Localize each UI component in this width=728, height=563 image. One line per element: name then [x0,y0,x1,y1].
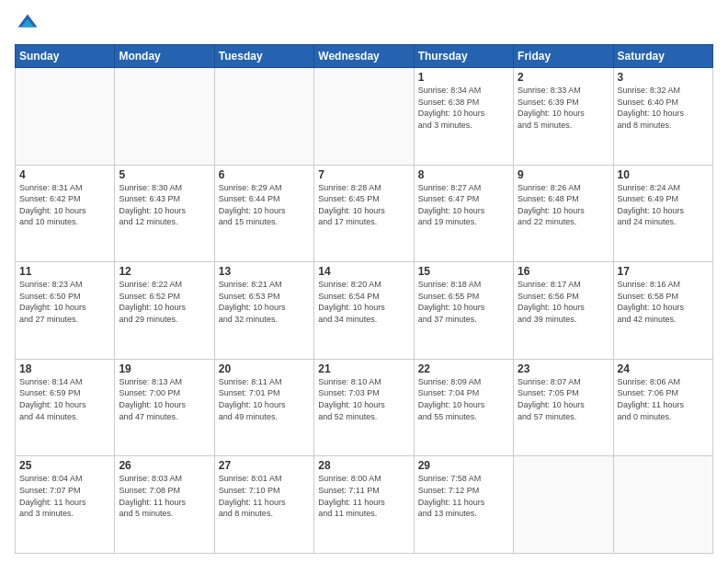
day-info: Sunrise: 8:22 AM Sunset: 6:52 PM Dayligh… [119,279,210,325]
calendar-week-row: 18Sunrise: 8:14 AM Sunset: 6:59 PM Dayli… [16,359,713,456]
day-info: Sunrise: 8:30 AM Sunset: 6:43 PM Dayligh… [119,182,210,228]
calendar-cell: 4Sunrise: 8:31 AM Sunset: 6:42 PM Daylig… [16,165,115,262]
day-info: Sunrise: 8:34 AM Sunset: 6:38 PM Dayligh… [418,85,509,131]
day-info: Sunrise: 8:14 AM Sunset: 6:59 PM Dayligh… [19,376,110,422]
calendar-cell: 25Sunrise: 8:04 AM Sunset: 7:07 PM Dayli… [16,456,115,554]
calendar-cell [314,68,414,166]
calendar-cell [514,456,613,554]
day-number: 21 [318,362,409,375]
day-number: 24 [618,362,709,375]
day-number: 7 [318,168,409,181]
day-info: Sunrise: 8:17 AM Sunset: 6:56 PM Dayligh… [518,279,609,325]
day-info: Sunrise: 8:23 AM Sunset: 6:50 PM Dayligh… [19,279,110,325]
calendar-cell: 21Sunrise: 8:10 AM Sunset: 7:03 PM Dayli… [314,359,414,456]
calendar-week-row: 1Sunrise: 8:34 AM Sunset: 6:38 PM Daylig… [16,68,713,166]
day-number: 2 [518,71,609,84]
day-number: 11 [19,265,110,278]
day-number: 8 [418,168,509,181]
day-number: 18 [19,362,110,375]
day-info: Sunrise: 8:04 AM Sunset: 7:07 PM Dayligh… [19,473,110,519]
calendar-cell: 16Sunrise: 8:17 AM Sunset: 6:56 PM Dayli… [514,262,613,360]
calendar-week-row: 4Sunrise: 8:31 AM Sunset: 6:42 PM Daylig… [16,165,713,262]
calendar-cell: 6Sunrise: 8:29 AM Sunset: 6:44 PM Daylig… [214,165,313,262]
logo [15,11,44,37]
day-info: Sunrise: 8:27 AM Sunset: 6:47 PM Dayligh… [418,182,509,228]
calendar-cell: 20Sunrise: 8:11 AM Sunset: 7:01 PM Dayli… [214,359,313,456]
calendar-cell: 26Sunrise: 8:03 AM Sunset: 7:08 PM Dayli… [115,456,214,554]
day-info: Sunrise: 8:20 AM Sunset: 6:54 PM Dayligh… [318,279,409,325]
weekday-friday: Friday [514,45,613,68]
day-number: 10 [618,168,709,181]
day-number: 4 [19,168,110,181]
weekday-tuesday: Tuesday [214,45,313,68]
day-info: Sunrise: 8:26 AM Sunset: 6:48 PM Dayligh… [518,182,609,228]
day-info: Sunrise: 8:18 AM Sunset: 6:55 PM Dayligh… [418,279,509,325]
page: SundayMondayTuesdayWednesdayThursdayFrid… [0,0,728,563]
calendar-cell: 10Sunrise: 8:24 AM Sunset: 6:49 PM Dayli… [613,165,712,262]
weekday-header-row: SundayMondayTuesdayWednesdayThursdayFrid… [16,45,713,68]
calendar-cell: 17Sunrise: 8:16 AM Sunset: 6:58 PM Dayli… [613,262,712,360]
calendar-cell [613,456,712,554]
calendar-cell: 19Sunrise: 8:13 AM Sunset: 7:00 PM Dayli… [115,359,214,456]
day-info: Sunrise: 8:21 AM Sunset: 6:53 PM Dayligh… [219,279,310,325]
day-info: Sunrise: 8:00 AM Sunset: 7:11 PM Dayligh… [318,473,409,519]
day-number: 17 [618,265,709,278]
calendar-cell: 22Sunrise: 8:09 AM Sunset: 7:04 PM Dayli… [414,359,513,456]
day-number: 29 [418,459,509,472]
day-number: 28 [318,459,409,472]
day-number: 25 [19,459,110,472]
calendar-cell: 29Sunrise: 7:58 AM Sunset: 7:12 PM Dayli… [414,456,513,554]
calendar-cell: 3Sunrise: 8:32 AM Sunset: 6:40 PM Daylig… [613,68,712,166]
day-number: 13 [219,265,310,278]
day-number: 27 [219,459,310,472]
calendar-cell [115,68,214,166]
day-info: Sunrise: 8:07 AM Sunset: 7:05 PM Dayligh… [518,376,609,422]
day-number: 1 [418,71,509,84]
day-number: 15 [418,265,509,278]
calendar-cell: 7Sunrise: 8:28 AM Sunset: 6:45 PM Daylig… [314,165,414,262]
day-number: 20 [219,362,310,375]
calendar-cell: 9Sunrise: 8:26 AM Sunset: 6:48 PM Daylig… [514,165,613,262]
calendar-cell: 14Sunrise: 8:20 AM Sunset: 6:54 PM Dayli… [314,262,414,360]
header [15,11,713,37]
day-info: Sunrise: 8:29 AM Sunset: 6:44 PM Dayligh… [219,182,310,228]
calendar-cell: 2Sunrise: 8:33 AM Sunset: 6:39 PM Daylig… [514,68,613,166]
day-info: Sunrise: 8:11 AM Sunset: 7:01 PM Dayligh… [219,376,310,422]
day-info: Sunrise: 7:58 AM Sunset: 7:12 PM Dayligh… [418,473,509,519]
day-info: Sunrise: 8:01 AM Sunset: 7:10 PM Dayligh… [219,473,310,519]
calendar-cell: 24Sunrise: 8:06 AM Sunset: 7:06 PM Dayli… [613,359,712,456]
calendar-cell: 1Sunrise: 8:34 AM Sunset: 6:38 PM Daylig… [414,68,513,166]
day-info: Sunrise: 8:13 AM Sunset: 7:00 PM Dayligh… [119,376,210,422]
logo-icon [15,11,40,37]
weekday-sunday: Sunday [16,45,115,68]
day-number: 14 [318,265,409,278]
calendar-week-row: 11Sunrise: 8:23 AM Sunset: 6:50 PM Dayli… [16,262,713,360]
calendar-cell: 8Sunrise: 8:27 AM Sunset: 6:47 PM Daylig… [414,165,513,262]
calendar-cell: 5Sunrise: 8:30 AM Sunset: 6:43 PM Daylig… [115,165,214,262]
day-info: Sunrise: 8:33 AM Sunset: 6:39 PM Dayligh… [518,85,609,131]
day-number: 9 [518,168,609,181]
day-info: Sunrise: 8:24 AM Sunset: 6:49 PM Dayligh… [618,182,709,228]
weekday-thursday: Thursday [414,45,513,68]
calendar-cell [16,68,115,166]
day-number: 5 [119,168,210,181]
day-number: 19 [119,362,210,375]
calendar-cell: 12Sunrise: 8:22 AM Sunset: 6:52 PM Dayli… [115,262,214,360]
calendar-cell: 13Sunrise: 8:21 AM Sunset: 6:53 PM Dayli… [214,262,313,360]
calendar-cell: 28Sunrise: 8:00 AM Sunset: 7:11 PM Dayli… [314,456,414,554]
weekday-saturday: Saturday [613,45,712,68]
day-number: 12 [119,265,210,278]
day-info: Sunrise: 8:31 AM Sunset: 6:42 PM Dayligh… [19,182,110,228]
calendar-cell: 15Sunrise: 8:18 AM Sunset: 6:55 PM Dayli… [414,262,513,360]
day-number: 23 [518,362,609,375]
calendar-cell: 11Sunrise: 8:23 AM Sunset: 6:50 PM Dayli… [16,262,115,360]
day-number: 22 [418,362,509,375]
calendar-week-row: 25Sunrise: 8:04 AM Sunset: 7:07 PM Dayli… [16,456,713,554]
calendar-cell [214,68,313,166]
calendar-table: SundayMondayTuesdayWednesdayThursdayFrid… [15,44,713,554]
day-info: Sunrise: 8:16 AM Sunset: 6:58 PM Dayligh… [618,279,709,325]
day-number: 6 [219,168,310,181]
day-info: Sunrise: 8:10 AM Sunset: 7:03 PM Dayligh… [318,376,409,422]
day-number: 16 [518,265,609,278]
calendar-cell: 27Sunrise: 8:01 AM Sunset: 7:10 PM Dayli… [214,456,313,554]
